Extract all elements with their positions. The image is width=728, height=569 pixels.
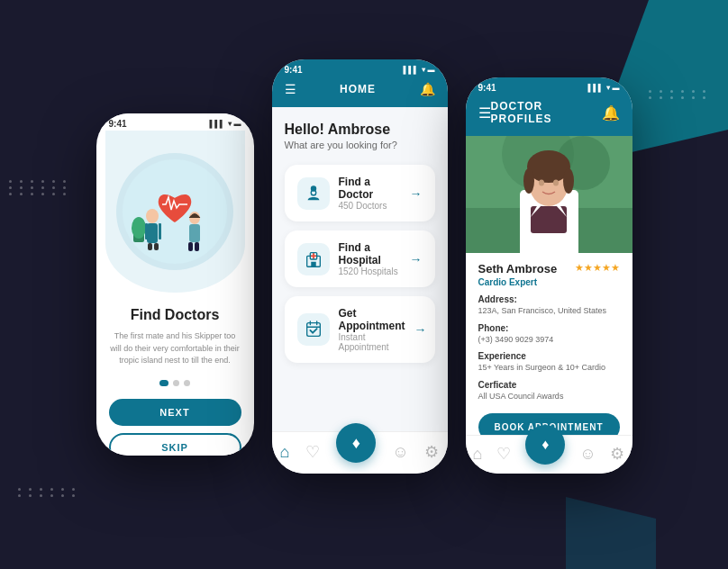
svg-rect-7 xyxy=(148,243,152,250)
svg-point-3 xyxy=(146,209,159,223)
address-label: Address: xyxy=(478,294,620,304)
illus-circle xyxy=(116,153,233,270)
wifi-icon-2: ▾ xyxy=(422,66,425,74)
get-appointment-text: Get Appointment Instant Appointment xyxy=(339,307,405,352)
dot-3 xyxy=(184,380,190,386)
phone3-header: ☰ DOCTOR PROFILES 🔔 xyxy=(466,95,632,136)
dot-cluster-bottom xyxy=(18,488,79,497)
menu-icon[interactable]: ☰ xyxy=(285,82,296,96)
doctor-profiles-title: DOCTOR PROFILES xyxy=(491,100,602,125)
nav-person-3[interactable]: ☺ xyxy=(579,445,596,464)
status-icons-3: ▌▌▌ ▾ ▬ xyxy=(587,84,619,92)
svg-point-28 xyxy=(539,180,544,186)
home-header-title: HOME xyxy=(340,83,376,95)
svg-point-27 xyxy=(563,168,574,194)
svg-rect-18 xyxy=(306,323,320,337)
dot-1 xyxy=(159,380,168,386)
time-1: 9:41 xyxy=(109,119,127,129)
phone-doctor-profile: 9:41 ▌▌▌ ▾ ▬ ☰ DOCTOR PROFILES 🔔 xyxy=(466,77,632,474)
status-icons-1: ▌▌▌ ▾ ▬ xyxy=(209,120,241,128)
nav-heart[interactable]: ♡ xyxy=(305,442,320,462)
address-value: 123A, San Francisco, United States xyxy=(478,305,620,317)
nav-center-icon: ♦ xyxy=(352,434,360,453)
home-content: Hello! Ambrose What are you looking for?… xyxy=(272,107,448,431)
find-doctor-card[interactable]: Find a Doctor 450 Doctors → xyxy=(285,165,435,221)
dot-cluster-left xyxy=(9,180,70,195)
doctor-photo xyxy=(466,136,632,253)
get-appointment-card[interactable]: Get Appointment Instant Appointment → xyxy=(285,296,435,363)
phones-container: 9:41 ▌▌▌ ▾ ▬ xyxy=(96,95,632,474)
time-2: 9:41 xyxy=(285,65,303,75)
bell-icon[interactable]: 🔔 xyxy=(420,82,435,96)
dot-2 xyxy=(173,380,179,386)
hospital-icon-wrap xyxy=(297,243,330,275)
greeting-text: Hello! Ambrose xyxy=(285,122,435,138)
skip-button[interactable]: SKIP xyxy=(109,433,241,456)
status-bar-3: 9:41 ▌▌▌ ▾ ▬ xyxy=(466,77,632,95)
doctor-name: Seth Ambrose xyxy=(478,262,558,275)
find-hospital-card[interactable]: Find a Hospital 1520 Hospitals → xyxy=(285,230,435,287)
appointment-icon xyxy=(304,320,323,339)
phone1-description: The first mate and his Skipper too will … xyxy=(109,330,241,367)
nav-home-3[interactable]: ⌂ xyxy=(472,445,482,464)
svg-point-2 xyxy=(132,217,146,239)
next-button[interactable]: NEXT xyxy=(109,399,241,426)
certificate-section: Cerficate All USA Council Awards xyxy=(478,380,620,402)
bottom-nav-3: ⌂ ♡ ♦ ☺ ⚙ xyxy=(466,435,632,474)
time-3: 9:41 xyxy=(478,83,496,93)
battery-icon: ▬ xyxy=(234,120,241,128)
certificate-label: Cerficate xyxy=(478,380,620,390)
svg-rect-11 xyxy=(188,242,193,251)
status-icons-2: ▌▌▌ ▾ ▬ xyxy=(403,66,434,74)
svg-rect-5 xyxy=(145,223,148,239)
certificate-value: All USA Council Awards xyxy=(478,391,620,402)
find-doctor-text: Find a Doctor 450 Doctors xyxy=(339,176,401,211)
bg-teal-bottom xyxy=(566,497,656,569)
phone1-text-area: Find Doctors The first mate and his Skip… xyxy=(96,293,254,456)
phone-value: (+3) 3490 9029 3974 xyxy=(478,334,620,346)
svg-rect-8 xyxy=(154,243,159,250)
nav-center-doctor[interactable]: ♦ xyxy=(336,423,376,463)
find-hospital-title: Find a Hospital xyxy=(339,241,401,266)
doctor-info: Seth Ambrose ★★★★★ Cardio Expert Address… xyxy=(466,253,632,435)
nav-person[interactable]: ☺ xyxy=(392,443,408,462)
status-bar-1: 9:41 ▌▌▌ ▾ ▬ xyxy=(96,113,254,131)
svg-rect-4 xyxy=(147,223,158,243)
hospital-icon xyxy=(304,249,323,269)
experience-value: 15+ Years in Surgeon & 10+ Cardio xyxy=(478,362,620,374)
phone-section: Phone: (+3) 3490 9029 3974 xyxy=(478,323,620,346)
nav-home[interactable]: ⌂ xyxy=(279,443,289,462)
nav-heart-3[interactable]: ♡ xyxy=(496,444,511,464)
illustration-area xyxy=(105,131,245,293)
get-appointment-title: Get Appointment xyxy=(339,307,405,332)
phone-onboarding: 9:41 ▌▌▌ ▾ ▬ xyxy=(96,113,254,456)
doctor-arrow: → xyxy=(410,186,423,201)
get-appointment-count: Instant Appointment xyxy=(339,332,405,352)
appointment-icon-wrap xyxy=(297,313,330,346)
bottom-nav-2: ⌂ ♡ ♦ ☺ ⚙ xyxy=(272,431,448,474)
experience-label: Experience xyxy=(478,351,620,361)
doctor-icon xyxy=(304,184,323,203)
doctor-rating: ★★★★★ xyxy=(575,262,620,274)
doctor-icon-wrap xyxy=(297,177,330,210)
wifi-icon-3: ▾ xyxy=(606,84,610,92)
doctor-name-row: Seth Ambrose ★★★★★ xyxy=(478,262,620,275)
hospital-arrow: → xyxy=(410,252,423,266)
experience-section: Experience 15+ Years in Surgeon & 10+ Ca… xyxy=(478,351,620,374)
status-bar-2: 9:41 ▌▌▌ ▾ ▬ xyxy=(272,59,448,77)
find-doctor-count: 450 Doctors xyxy=(339,201,401,211)
sub-text: What are you looking for? xyxy=(285,140,435,150)
phone-home: 9:41 ▌▌▌ ▾ ▬ ☰ HOME 🔔 Hello! Ambrose Wha… xyxy=(272,59,448,474)
menu-icon-3[interactable]: ☰ xyxy=(478,104,491,122)
address-section: Address: 123A, San Francisco, United Sta… xyxy=(478,294,620,317)
nav-settings[interactable]: ⚙ xyxy=(424,442,439,462)
nav-center-3[interactable]: ♦ xyxy=(525,425,565,465)
bell-icon-3[interactable]: 🔔 xyxy=(602,104,620,122)
svg-rect-6 xyxy=(159,223,161,239)
svg-point-29 xyxy=(553,180,559,186)
signal-icon: ▌▌▌ xyxy=(209,120,224,128)
doctor-illustration xyxy=(121,158,229,266)
signal-icon-2: ▌▌▌ xyxy=(403,66,418,74)
find-hospital-count: 1520 Hospitals xyxy=(339,266,401,276)
nav-settings-3[interactable]: ⚙ xyxy=(610,444,624,464)
